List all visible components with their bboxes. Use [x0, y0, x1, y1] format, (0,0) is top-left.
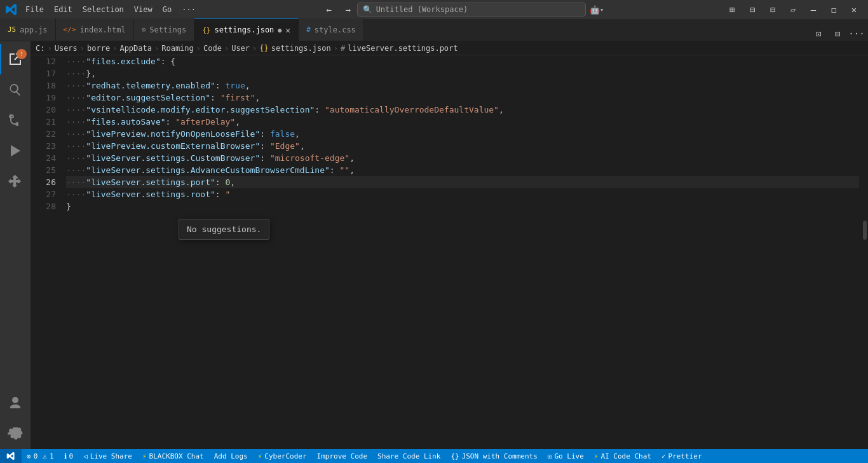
- breadcrumb-users[interactable]: Users: [55, 44, 78, 53]
- code-line-12: ···· "files.exclude": {: [66, 55, 859, 67]
- split-button[interactable]: ▱: [784, 3, 802, 17]
- code-line-23: ···· "livePreview.customExternalBrowser"…: [66, 140, 859, 152]
- breadcrumb-roaming[interactable]: Roaming: [161, 44, 194, 53]
- nav-arrows: ← →: [320, 3, 357, 17]
- editor-scrollbar[interactable]: [859, 55, 868, 449]
- scrollbar-thumb[interactable]: [863, 221, 867, 240]
- tab-index-html[interactable]: </> index.html: [56, 18, 134, 41]
- blackbox-icon: ⚡: [142, 452, 147, 460]
- improve-code-label: Improve Code: [317, 452, 367, 460]
- warning-count: 1: [50, 452, 54, 460]
- breadcrumb-json-icon: {}: [259, 44, 268, 53]
- indent-dots: ····: [66, 104, 86, 116]
- menu-edit[interactable]: Edit: [49, 3, 78, 17]
- status-vscode-icon[interactable]: [0, 449, 22, 463]
- explorer-badge: !: [17, 49, 27, 59]
- breadcrumb-appdata[interactable]: AppData: [119, 44, 152, 53]
- forward-button[interactable]: →: [339, 3, 357, 17]
- menu-view[interactable]: View: [129, 3, 158, 17]
- tab-label-settings-json: settings.json: [214, 25, 274, 34]
- tab-style-css[interactable]: # style.css: [299, 18, 364, 41]
- autocomplete-popup: No suggestions.: [179, 219, 269, 240]
- status-errors[interactable]: ⊗ 0 ⚠ 1: [22, 449, 59, 463]
- activity-source-control[interactable]: [0, 105, 31, 135]
- status-info-count[interactable]: ℹ 0: [59, 449, 79, 463]
- warning-icon: ⚠: [43, 452, 47, 460]
- json-label: JSON with Comments: [462, 452, 538, 460]
- tab-modified-dot: ●: [278, 27, 281, 34]
- restore-button[interactable]: ◻: [825, 3, 843, 17]
- tab-more-button[interactable]: ···: [848, 27, 865, 41]
- panel-button[interactable]: ⊟: [764, 3, 782, 17]
- title-bar-left: File Edit Selection View Go ···: [0, 3, 201, 17]
- activity-settings[interactable]: [0, 418, 31, 449]
- activity-extensions[interactable]: [0, 166, 31, 197]
- split-editor-button[interactable]: ⊡: [810, 27, 827, 41]
- autocomplete-text: No suggestions.: [187, 225, 261, 234]
- editor-area: C: › Users › borre › AppData › Roaming ›…: [31, 41, 868, 449]
- menu-selection[interactable]: Selection: [78, 3, 129, 17]
- breadcrumb-code[interactable]: Code: [203, 44, 222, 53]
- prettier-label: Prettier: [668, 452, 702, 460]
- activity-run[interactable]: [0, 135, 31, 166]
- close-button[interactable]: ✕: [845, 3, 863, 17]
- activity-explorer[interactable]: !: [0, 44, 31, 74]
- status-cybercoder[interactable]: ⚡ CyberCoder: [253, 449, 312, 463]
- account-icon: [8, 396, 23, 411]
- back-button[interactable]: ←: [320, 3, 338, 17]
- tab-close-settings-json[interactable]: ✕: [285, 25, 290, 35]
- code-line-18: ···· "redhat.telemetry.enabled": true,: [66, 79, 859, 92]
- code-editor[interactable]: 12 17 18 19 20 21 22 23 24 25 26 27 28 ·…: [31, 55, 868, 449]
- code-line-17: ···· },: [66, 67, 859, 79]
- code-line-22: ···· "livePreview.notifyOnOpenLooseFile"…: [66, 128, 859, 140]
- search-bar[interactable]: 🔍 Untitled (Workspace): [357, 3, 586, 17]
- code-line-20: ···· "vsintellicode.modify.editor.sugges…: [66, 104, 859, 116]
- code-line-19: ···· "editor.suggestSelection": "first",: [66, 92, 859, 104]
- main-area: !: [0, 41, 868, 449]
- cybercoder-icon: ⚡: [258, 452, 262, 460]
- tab-icon-app-js: JS: [8, 25, 16, 34]
- share-link-label: Share Code Link: [377, 452, 440, 460]
- status-ai-code-chat[interactable]: ⚡ AI Code Chat: [589, 449, 656, 463]
- tab-icon-index-html: </>: [64, 25, 76, 34]
- sidebar-button[interactable]: ⊟: [743, 3, 761, 17]
- layout-button[interactable]: ⊞: [723, 3, 741, 17]
- tab-layout-button[interactable]: ⊟: [829, 27, 846, 41]
- status-improve-code[interactable]: Improve Code: [312, 449, 372, 463]
- tab-app-js[interactable]: JS app.js: [0, 18, 56, 41]
- status-go-live[interactable]: ◎ Go Live: [543, 449, 589, 463]
- activity-account[interactable]: [0, 388, 31, 418]
- breadcrumb-symbol[interactable]: liveServer.settings.port: [348, 44, 458, 53]
- status-add-logs[interactable]: Add Logs: [209, 449, 253, 463]
- breadcrumb-borre[interactable]: borre: [87, 44, 110, 53]
- code-line-25: ···· "liveServer.settings.AdvanceCustomB…: [66, 164, 859, 176]
- tab-settings[interactable]: ⚙ Settings: [134, 18, 194, 41]
- line-numbers: 12 17 18 19 20 21 22 23 24 25 26 27 28: [31, 55, 61, 449]
- indent-dots: ····: [66, 176, 86, 188]
- minimize-button[interactable]: —: [804, 3, 822, 17]
- tab-settings-json[interactable]: {} settings.json ● ✕: [194, 18, 299, 41]
- activity-search[interactable]: [0, 74, 31, 105]
- json-icon: {}: [451, 452, 459, 460]
- breadcrumb-filename[interactable]: settings.json: [271, 44, 331, 53]
- breadcrumb-c[interactable]: C:: [36, 44, 44, 53]
- menu-go[interactable]: Go: [158, 3, 177, 17]
- indent-dots: ····: [66, 188, 86, 200]
- tabs-right-actions: ⊡ ⊟ ···: [810, 27, 868, 41]
- status-prettier[interactable]: ✓ Prettier: [656, 449, 707, 463]
- menu-file[interactable]: File: [20, 3, 49, 17]
- status-json-comments[interactable]: {} JSON with Comments: [445, 449, 542, 463]
- indent-dots: ····: [66, 116, 86, 128]
- tab-label-index-html: index.html: [79, 25, 125, 34]
- indent-dots: ····: [66, 92, 86, 104]
- tab-label-style-css: style.css: [315, 25, 356, 34]
- search-icon: [8, 82, 23, 97]
- status-live-share[interactable]: ◁ Live Share: [78, 449, 137, 463]
- copilot-btn[interactable]: 🤖 ▾: [590, 5, 604, 15]
- menu-more[interactable]: ···: [177, 3, 201, 17]
- status-share-code-link[interactable]: Share Code Link: [372, 449, 445, 463]
- code-line-27: ···· "liveServer.settings.root": ": [66, 188, 859, 200]
- status-blackbox[interactable]: ⚡ BLACKBOX Chat: [137, 449, 209, 463]
- breadcrumb-user[interactable]: User: [231, 44, 250, 53]
- code-content[interactable]: ···· "files.exclude": { ···· }, ···· "re…: [61, 55, 859, 449]
